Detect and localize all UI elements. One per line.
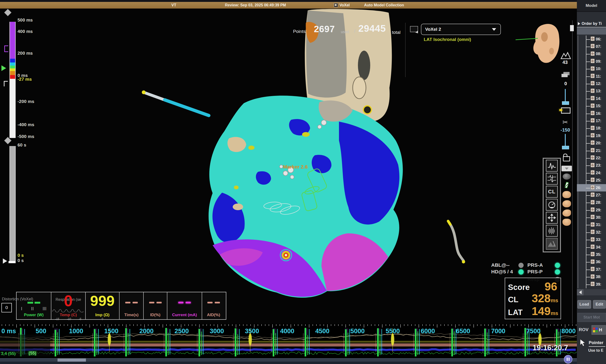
model-item-label: 13: <box>596 89 601 93</box>
torso-view-lat-icon[interactable] <box>562 209 571 217</box>
ecg-beat-icon[interactable] <box>546 160 558 172</box>
model-list-item[interactable]: 19: <box>577 132 606 139</box>
model-list-item[interactable]: 30: <box>577 214 606 221</box>
scale-white-segment[interactable] <box>10 79 16 138</box>
cardiac-map-3d[interactable]: Marker 2.6 <box>0 9 577 324</box>
torso-view-pa-icon[interactable] <box>562 219 571 226</box>
model-list-item[interactable]: 10: <box>577 65 606 73</box>
cycle-length-icon[interactable]: CL <box>546 186 558 198</box>
scale-marker-green-arrow[interactable] <box>1 65 6 71</box>
model-list-item[interactable]: 24: <box>577 169 606 177</box>
tree-branch-line <box>586 47 590 47</box>
fill-threshold-icon[interactable] <box>561 52 571 59</box>
sidebar-hscrollbar[interactable] <box>577 289 606 295</box>
orbit-view-icon[interactable] <box>563 173 571 180</box>
edit-button[interactable]: Edit <box>593 300 606 309</box>
model-list-item[interactable]: 20: <box>577 139 606 147</box>
model-list-item[interactable]: 34: <box>577 244 606 251</box>
model-list-item[interactable]: 32: <box>577 229 606 236</box>
torso-view-lao-icon[interactable] <box>562 200 571 207</box>
rov-mode-button[interactable]: H <box>592 325 606 335</box>
load-button[interactable]: Load <box>577 300 591 309</box>
distortion-spinbox[interactable]: 0 <box>1 303 12 312</box>
coloring-mode-label: LAT Isochronal (omni) <box>424 37 471 42</box>
pointer-tool-label[interactable]: Pointer <box>589 340 605 347</box>
ecg-strip[interactable]: 0 ms500100015002000250030003500400045005… <box>0 324 577 358</box>
model-list-item[interactable]: 29: <box>577 206 606 214</box>
model-list-item[interactable]: 37: <box>577 266 606 273</box>
model-list-item[interactable]: 35: <box>577 251 606 258</box>
temp-ticks: -15 -10 -5 <box>51 317 85 321</box>
model-item-label: 31: <box>596 223 601 227</box>
abl-status-label: ABL@-- <box>491 262 510 268</box>
start-button-disabled[interactable]: Start Mot <box>577 313 606 322</box>
signal-burst-icon[interactable] <box>546 225 558 237</box>
model-list-item[interactable]: 26: <box>577 184 606 192</box>
model-list-item[interactable]: 27: <box>577 192 606 199</box>
tree-branch-line <box>586 285 590 285</box>
gauge-icon[interactable] <box>546 199 558 211</box>
dual-trace-caliper-icon[interactable] <box>546 173 558 185</box>
ecg-scrollbar-thumb[interactable] <box>57 358 86 362</box>
tree-branch-line <box>586 158 590 158</box>
tag-visibility-icon[interactable] <box>561 107 570 114</box>
model-list-item[interactable]: 16: <box>577 110 606 117</box>
unlock-icon[interactable] <box>563 156 570 161</box>
torso-view-ap-icon[interactable] <box>562 191 571 198</box>
map-select-dropdown[interactable]: VoXel 2 <box>421 24 501 35</box>
model-list-item[interactable]: 38: <box>577 273 606 281</box>
map-scrollbar-thumb[interactable] <box>570 25 574 31</box>
catheter-view-icon[interactable] <box>563 182 571 189</box>
model-list-item[interactable]: 08: <box>577 51 606 58</box>
scroll-left-arrow[interactable] <box>577 289 583 295</box>
time-marker-arrow[interactable] <box>3 259 7 264</box>
points-used-word: used <box>341 30 349 34</box>
scale-orange-segment <box>10 71 16 75</box>
scale-purple-segment[interactable] <box>10 22 16 59</box>
model-list-item[interactable]: 22: <box>577 154 606 162</box>
pause-button[interactable] <box>564 355 572 364</box>
map-viewport[interactable]: Marker 2.6 Points: 2697 used / 29445 tot… <box>0 9 577 324</box>
scale-marker-purple-flag[interactable] <box>4 45 8 52</box>
model-list-item[interactable]: 14: <box>577 95 606 102</box>
view-dropdown-button[interactable] <box>562 166 572 171</box>
model-list-item[interactable]: 06: <box>577 36 606 43</box>
tree-branch-line <box>586 77 590 77</box>
model-list-item[interactable]: 07: <box>577 43 606 50</box>
layers-icon[interactable] <box>563 72 569 75</box>
model-sidebar: Model Order by Ti 06: <box>577 0 606 364</box>
scale-marker-white-flag[interactable] <box>4 81 8 86</box>
collection-selection-band[interactable] <box>577 28 606 35</box>
model-list-item[interactable]: 21: <box>577 147 606 154</box>
model-list-item[interactable]: 36: <box>577 259 606 266</box>
ecg-tick-label: 2500 <box>174 327 189 335</box>
model-list-item[interactable]: 12: <box>577 80 606 87</box>
ecg-tick-label: 4000 <box>280 327 294 335</box>
model-list-item[interactable]: 11: <box>577 73 606 80</box>
scissors-icon[interactable]: ✂ <box>562 118 568 126</box>
pan-move-icon[interactable] <box>546 212 558 224</box>
model-list-item[interactable]: 15: <box>577 103 606 110</box>
model-list-item[interactable]: 31: <box>577 221 606 229</box>
model-list-item[interactable]: 25: <box>577 177 606 184</box>
model-list-item[interactable]: 33: <box>577 236 606 244</box>
model-list-item[interactable]: 09: <box>577 58 606 65</box>
tree-branch-line <box>586 114 590 114</box>
waveform-doc-icon <box>591 282 595 287</box>
clip-slider-thumb[interactable] <box>562 146 569 149</box>
brand-label: VoXel <box>340 3 350 7</box>
model-list-item[interactable]: 17: <box>577 117 606 125</box>
model-list-item[interactable]: 28: <box>577 199 606 206</box>
model-list-item[interactable]: 39: <box>577 281 606 288</box>
model-list-item[interactable]: 18: <box>577 125 606 132</box>
terrain-edit-icon[interactable] <box>546 238 558 250</box>
model-list-item[interactable]: 13: <box>577 88 606 95</box>
time-scale-bar[interactable] <box>10 146 16 261</box>
snapshot-icon[interactable] <box>410 26 418 32</box>
clip-plane-value: -150 <box>561 127 570 133</box>
waveform-doc-icon <box>591 155 595 161</box>
hd-status-dot <box>518 269 524 274</box>
opacity-slider-thumb[interactable] <box>562 101 569 105</box>
model-list-item[interactable]: 23: <box>577 162 606 169</box>
order-by-link[interactable]: Order by Ti <box>577 20 606 27</box>
